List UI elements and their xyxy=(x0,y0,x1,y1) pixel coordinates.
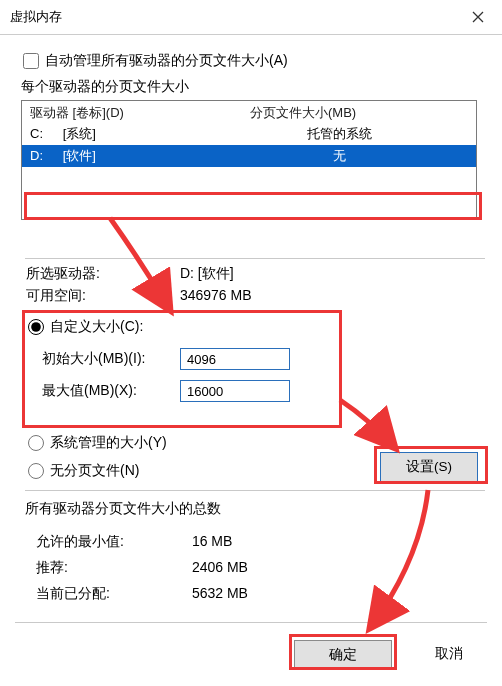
drive-row-d[interactable]: D: [软件] 无 xyxy=(22,145,476,167)
no-pagefile-label[interactable]: 无分页文件(N) xyxy=(50,462,139,480)
drive-volume: [系统] xyxy=(63,126,96,141)
drive-row-c[interactable]: C: [系统] 托管的系统 xyxy=(22,123,476,145)
initial-size-label: 初始大小(MB)(I): xyxy=(42,350,180,368)
max-size-input[interactable] xyxy=(180,380,290,402)
avail-space-value: 346976 MB xyxy=(180,284,252,306)
titlebar-divider xyxy=(0,34,502,35)
set-button[interactable]: 设置(S) xyxy=(380,452,478,482)
sel-drive-label: 所选驱动器: xyxy=(26,262,176,284)
drive-pf: 托管的系统 xyxy=(250,125,468,143)
cancel-button[interactable]: 取消 xyxy=(410,640,488,668)
custom-size-label[interactable]: 自定义大小(C): xyxy=(50,318,143,336)
drive-volume: [软件] xyxy=(63,148,96,163)
totals-caption: 所有驱动器分页文件大小的总数 xyxy=(25,500,221,518)
auto-manage-checkbox[interactable] xyxy=(23,53,39,69)
footer-divider xyxy=(15,622,487,623)
auto-manage-label[interactable]: 自动管理所有驱动器的分页文件大小(A) xyxy=(45,52,288,70)
drives-caption: 每个驱动器的分页文件大小 xyxy=(21,78,487,96)
selected-drive-info: 所选驱动器: D: [软件] 可用空间: 346976 MB xyxy=(26,262,252,306)
max-size-label: 最大值(MB)(X): xyxy=(42,382,180,400)
group-divider xyxy=(25,258,485,259)
group-divider xyxy=(25,490,485,491)
window-title: 虚拟内存 xyxy=(10,8,62,26)
system-managed-radio[interactable] xyxy=(28,435,44,451)
no-pagefile-radio[interactable] xyxy=(28,463,44,479)
sel-drive-value: D: [软件] xyxy=(180,262,234,284)
titlebar: 虚拟内存 xyxy=(0,0,502,34)
drive-header-drive: 驱动器 [卷标](D) xyxy=(30,104,250,122)
totals-min-label: 允许的最小值: xyxy=(36,528,188,554)
totals-cur-value: 5632 MB xyxy=(192,580,248,606)
ok-button[interactable]: 确定 xyxy=(294,640,392,670)
close-icon xyxy=(472,11,484,23)
drive-header-pf: 分页文件大小(MB) xyxy=(250,104,468,122)
drive-pf: 无 xyxy=(250,147,468,165)
totals-cur-label: 当前已分配: xyxy=(36,580,188,606)
system-managed-label[interactable]: 系统管理的大小(Y) xyxy=(50,434,167,452)
drive-letter: D: xyxy=(30,148,43,163)
totals-block: 允许的最小值: 16 MB 推荐: 2406 MB 当前已分配: 5632 MB xyxy=(36,528,248,606)
totals-min-value: 16 MB xyxy=(192,528,232,554)
close-button[interactable] xyxy=(454,0,502,34)
totals-rec-value: 2406 MB xyxy=(192,554,248,580)
avail-space-label: 可用空间: xyxy=(26,284,176,306)
custom-size-radio[interactable] xyxy=(28,319,44,335)
initial-size-input[interactable] xyxy=(180,348,290,370)
drive-list-header: 驱动器 [卷标](D) 分页文件大小(MB) xyxy=(22,101,476,123)
drive-letter: C: xyxy=(30,126,43,141)
drive-list[interactable]: 驱动器 [卷标](D) 分页文件大小(MB) C: [系统] 托管的系统 D: … xyxy=(21,100,477,220)
totals-rec-label: 推荐: xyxy=(36,554,188,580)
